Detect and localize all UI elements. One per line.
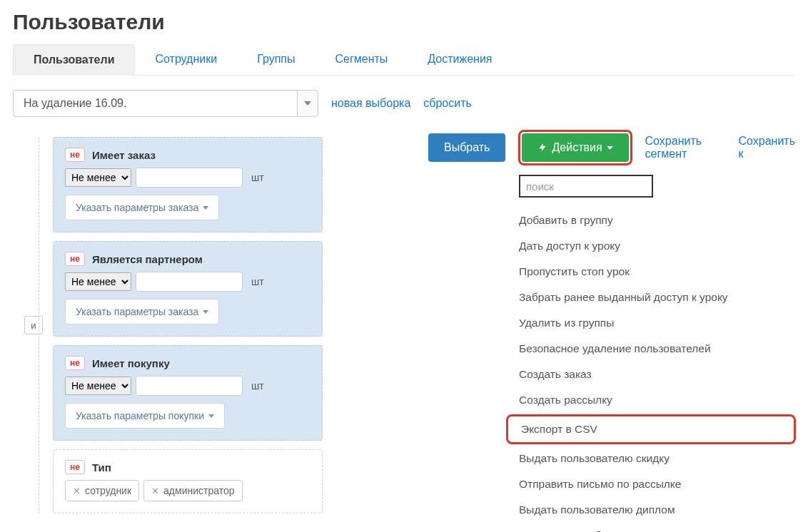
not-badge[interactable]: не <box>65 148 85 162</box>
dropdown-item-6[interactable]: Создать заказ <box>502 362 806 387</box>
dropdown-item-8[interactable]: Экспорт в CSV <box>506 414 796 444</box>
saved-selection-dropdown[interactable]: На удаление 16.09. <box>13 90 318 117</box>
caret-down-icon <box>607 146 613 150</box>
saved-selection-value: На удаление 16.09. <box>13 90 297 117</box>
dropdown-search-input[interactable] <box>519 175 653 198</box>
tabs: ПользователиСотрудникиГруппыСегментыДост… <box>13 44 795 76</box>
filter-title: Имеет заказ <box>92 149 156 161</box>
param-button[interactable]: Указать параметры заказа <box>65 195 219 220</box>
filter-list: неИмеет заказНе менеештУказать параметры… <box>53 137 323 513</box>
tab-2[interactable]: Группы <box>237 44 315 75</box>
tag[interactable]: ✕администратор <box>143 480 242 501</box>
tag-remove-icon[interactable]: ✕ <box>73 486 81 496</box>
filter-card-2: неИмеет покупкуНе менеештУказать парамет… <box>53 345 323 441</box>
page-title: Пользователи <box>13 0 795 44</box>
tab-3[interactable]: Сегменты <box>315 44 408 75</box>
tag-label: сотрудник <box>85 485 131 496</box>
dropdown-item-12[interactable]: Отправить сообщение <box>502 523 806 532</box>
not-badge[interactable]: не <box>65 356 85 370</box>
filter-comparator-select[interactable]: Не менее <box>65 272 131 291</box>
filter-title: Является партнером <box>92 253 203 265</box>
dropdown-item-4[interactable]: Удалить из группы <box>502 310 806 336</box>
new-selection-link[interactable]: новая выборка <box>331 97 410 110</box>
choose-button[interactable]: Выбрать <box>428 133 505 162</box>
filter-comparator-select[interactable]: Не менее <box>65 168 131 187</box>
actions-dropdown-button[interactable]: Действия <box>522 133 628 162</box>
dropdown-item-1[interactable]: Дать доступ к уроку <box>502 233 806 259</box>
tag-remove-icon[interactable]: ✕ <box>151 486 159 496</box>
actions-highlight: Действия <box>518 130 632 165</box>
filter-title: Имеет покупку <box>92 357 170 369</box>
unit-label: шт <box>251 172 264 183</box>
dropdown-item-0[interactable]: Добавить в группу <box>502 208 806 233</box>
filter-comparator-select[interactable]: Не менее <box>65 377 131 395</box>
unit-label: шт <box>251 276 264 287</box>
param-button[interactable]: Указать параметры заказа <box>65 299 219 324</box>
and-operator-badge: и <box>24 316 43 334</box>
filter-card-3: неТип✕сотрудник✕администратор <box>53 449 323 513</box>
save-as-link[interactable]: Сохранить к <box>738 135 795 160</box>
chevron-down-icon <box>297 90 318 117</box>
not-badge[interactable]: не <box>65 252 85 266</box>
not-badge[interactable]: не <box>65 460 85 474</box>
dropdown-item-7[interactable]: Создать рассылку <box>502 387 806 413</box>
actions-label: Действия <box>552 141 602 154</box>
actions-row: Выбрать Действия Сохранить сегмент Сохра… <box>428 130 795 177</box>
tab-4[interactable]: Достижения <box>408 44 512 75</box>
reset-link[interactable]: сбросить <box>423 97 472 110</box>
dropdown-item-2[interactable]: Пропустить стоп урок <box>502 259 806 285</box>
tab-0[interactable]: Пользователи <box>13 44 135 76</box>
filter-value-input[interactable] <box>136 272 243 292</box>
tag-label: администратор <box>163 485 234 496</box>
tab-1[interactable]: Сотрудники <box>135 44 237 75</box>
filter-value-input[interactable] <box>136 376 243 396</box>
dropdown-item-10[interactable]: Отправить письмо по рассылке <box>502 471 806 497</box>
param-button[interactable]: Указать параметры покупки <box>65 403 225 429</box>
dropdown-item-9[interactable]: Выдать пользователю скидку <box>502 446 806 471</box>
bolt-icon <box>537 143 547 153</box>
toolbar: На удаление 16.09. новая выборка сбросит… <box>13 76 795 130</box>
tag[interactable]: ✕сотрудник <box>65 480 139 501</box>
filter-card-0: неИмеет заказНе менеештУказать параметры… <box>53 137 323 232</box>
save-segment-link[interactable]: Сохранить сегмент <box>645 135 726 160</box>
actions-dropdown-menu: Добавить в группуДать доступ к урокуПроп… <box>501 171 807 532</box>
filter-value-input[interactable] <box>136 168 243 188</box>
filter-card-1: неЯвляется партнеромНе менеештУказать па… <box>53 241 323 337</box>
dropdown-item-5[interactable]: Безопасное удаление пользователей <box>502 336 806 362</box>
filter-title: Тип <box>92 461 111 474</box>
dropdown-item-3[interactable]: Забрать ранее выданный доступ к уроку <box>502 285 806 310</box>
unit-label: шт <box>251 380 264 392</box>
dropdown-item-11[interactable]: Выдать пользователю диплом <box>502 497 806 523</box>
